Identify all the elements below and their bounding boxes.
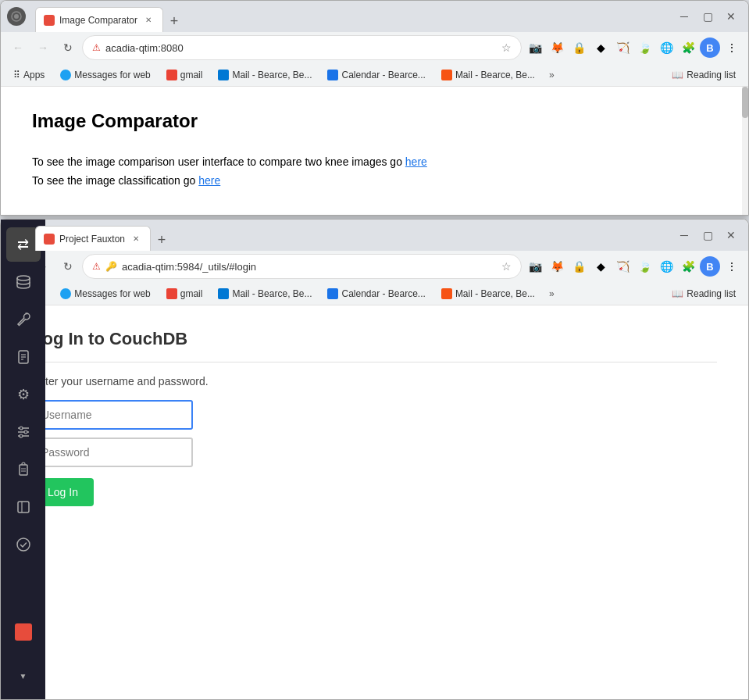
ext2-btn-2[interactable]: 🏹 (612, 256, 633, 277)
new-tab-button-2[interactable]: + (151, 229, 173, 251)
address-bar-2[interactable]: ⚠ 🔑 acadia-qtim:5984/_utils/#login ☆ (82, 254, 522, 279)
page-link1[interactable]: here (405, 155, 427, 168)
title-bar-2: Project Fauxton ✕ + ─ ▢ ✕ (1, 220, 748, 251)
browser-window-1: Image Comparator ✕ + ─ ▢ ✕ ← → ↻ ⚠ acadi… (0, 0, 749, 216)
minimize-btn-1[interactable]: ─ (673, 5, 695, 27)
puzzle-icon-btn-1[interactable]: 🔒 (569, 38, 589, 58)
tab-project-fauxton[interactable]: Project Fauxton ✕ (35, 226, 151, 251)
bookmark-mail-outlook-label-1: Mail - Bearce, Be... (232, 70, 312, 80)
username-input[interactable] (32, 400, 193, 430)
close-btn-1[interactable]: ✕ (720, 5, 742, 27)
minimize-btn-2[interactable]: ─ (673, 224, 695, 246)
maximize-btn-2[interactable]: ▢ (697, 224, 719, 246)
bookmark-apps-1[interactable]: ⠿ Apps (7, 67, 51, 83)
bookmark-gmail-label-1: gmail (180, 70, 203, 80)
reading-list-btn-2[interactable]: 📖 Reading list (665, 286, 742, 302)
page-para2-text: To see the image classification go (32, 174, 198, 187)
bookmark-gmail-1[interactable]: gmail (160, 67, 209, 83)
ext5-btn-2[interactable]: 🧩 (678, 256, 698, 277)
bookmark-btn-2[interactable]: ☆ (501, 260, 512, 273)
svg-point-19 (17, 538, 30, 551)
sidebar-icon-wrench[interactable] (6, 302, 41, 337)
reading-list-btn-1[interactable]: 📖 Reading list (665, 67, 742, 83)
bookmark-btn-1[interactable]: ☆ (501, 41, 512, 54)
page-title-1: Image Comparator (32, 110, 717, 132)
bookmark-calendar-1[interactable]: Calendar - Bearce... (321, 67, 431, 83)
svg-rect-17 (18, 502, 29, 512)
camera-icon-btn-2[interactable]: 📷 (525, 256, 545, 277)
title-bar-1: Image Comparator ✕ + ─ ▢ ✕ (1, 1, 748, 32)
reload-btn-1[interactable]: ↻ (57, 37, 79, 59)
tab-image-comparator[interactable]: Image Comparator ✕ (35, 7, 163, 32)
bookmark-gmail-2[interactable]: gmail (160, 286, 209, 302)
browser-window-2: Project Fauxton ✕ + ─ ▢ ✕ ← → ↻ ⚠ 🔑 acad… (0, 219, 749, 700)
bookmark-mail-ms-2[interactable]: Mail - Bearce, Be... (435, 286, 541, 302)
bookmark-mail-outlook-1[interactable]: Mail - Bearce, Be... (212, 67, 318, 83)
bookmark-mail-ms-1[interactable]: Mail - Bearce, Be... (435, 67, 541, 83)
bookmark-mail-outlook-2[interactable]: Mail - Bearce, Be... (212, 286, 318, 302)
address-bar-1[interactable]: ⚠ acadia-qtim:8080 ☆ (82, 35, 522, 60)
tab-close-1[interactable]: ✕ (142, 14, 155, 27)
bookmark-messages-2[interactable]: Messages for web (54, 286, 156, 302)
win2-inner: ⇄ ⚙ (1, 305, 748, 699)
toolbar-icons-2: 📷 🦊 🔒 ◆ 🏹 🍃 🌐 🧩 B ⋮ (525, 256, 742, 277)
gmail-favicon-1 (166, 70, 177, 80)
sidebar-collapse-btn[interactable]: ▼ (6, 659, 41, 693)
ext5-btn-1[interactable]: 🧩 (678, 38, 698, 58)
password-input[interactable] (32, 438, 193, 467)
bookmark-apps-label-1: Apps (23, 70, 45, 80)
maximize-btn-1[interactable]: ▢ (697, 5, 719, 27)
tab-close-2[interactable]: ✕ (130, 233, 142, 245)
scrollbar-1[interactable] (742, 87, 748, 215)
profile-btn-2[interactable]: B (700, 256, 720, 277)
profile-btn-1[interactable]: B (700, 38, 720, 58)
more-bookmarks-btn-2[interactable]: » (544, 286, 559, 302)
gmail-favicon-2 (166, 288, 177, 299)
mascot-icon-btn-1[interactable]: 🦊 (547, 38, 567, 58)
new-tab-button-1[interactable]: + (163, 10, 185, 32)
bookmark-calendar-2[interactable]: Calendar - Bearce... (321, 286, 431, 302)
tab-favicon-1 (44, 15, 55, 26)
bookmark-messages-label-2: Messages for web (74, 288, 150, 299)
forward-btn-1[interactable]: → (32, 37, 54, 59)
bookmark-messages-label-1: Messages for web (74, 70, 150, 80)
svg-rect-14 (20, 465, 27, 475)
menu-btn-1[interactable]: ⋮ (722, 38, 742, 58)
tab-favicon-2 (44, 234, 55, 245)
ext1-btn-2[interactable]: ◆ (590, 256, 611, 277)
bookmark-messages-1[interactable]: Messages for web (54, 67, 156, 83)
nav-bar-2: ← → ↻ ⚠ 🔑 acadia-qtim:5984/_utils/#login… (1, 251, 748, 282)
mascot-icon-btn-2[interactable]: 🦊 (547, 256, 567, 277)
more-bookmarks-btn-1[interactable]: » (544, 67, 559, 83)
outlook-favicon-1 (218, 70, 229, 80)
ext1-btn-1[interactable]: ◆ (590, 38, 611, 58)
tab-strip-2: Project Fauxton ✕ + (35, 220, 670, 251)
scrollbar-thumb-1[interactable] (742, 87, 748, 118)
page-link2[interactable]: here (198, 174, 220, 187)
ext4-btn-1[interactable]: 🌐 (656, 38, 676, 58)
svg-point-12 (24, 430, 27, 434)
ms-favicon-2 (441, 288, 452, 299)
camera-icon-btn-1[interactable]: 📷 (525, 38, 545, 58)
sidebar-icon-check[interactable] (6, 527, 41, 562)
ext3-btn-1[interactable]: 🍃 (634, 38, 654, 58)
sidebar-icon-database[interactable] (6, 265, 41, 299)
couchdb-sidebar: ⇄ ⚙ (1, 220, 45, 699)
sidebar-icon-clipboard[interactable] (6, 452, 41, 487)
sidebar-icon-equalizer[interactable] (6, 415, 41, 449)
couchdb-login-page: Log In to CouchDB Enter your username an… (1, 305, 748, 699)
tab-strip-1: Image Comparator ✕ + (35, 1, 670, 32)
menu-btn-2[interactable]: ⋮ (722, 256, 742, 277)
back-btn-1[interactable]: ← (7, 37, 29, 59)
ext2-btn-1[interactable]: 🏹 (612, 38, 633, 58)
sidebar-icon-book[interactable] (6, 490, 41, 524)
sidebar-icon-document[interactable] (6, 340, 41, 374)
close-btn-2[interactable]: ✕ (720, 224, 742, 246)
win2-right-controls: ─ ▢ ✕ (673, 224, 742, 246)
reload-btn-2[interactable]: ↻ (57, 255, 79, 277)
sidebar-icon-red-box[interactable] (6, 615, 41, 649)
sidebar-icon-gear[interactable]: ⚙ (6, 377, 41, 412)
ext3-btn-2[interactable]: 🍃 (634, 256, 654, 277)
ext4-btn-2[interactable]: 🌐 (656, 256, 676, 277)
puzzle-icon-btn-2[interactable]: 🔒 (569, 256, 589, 277)
